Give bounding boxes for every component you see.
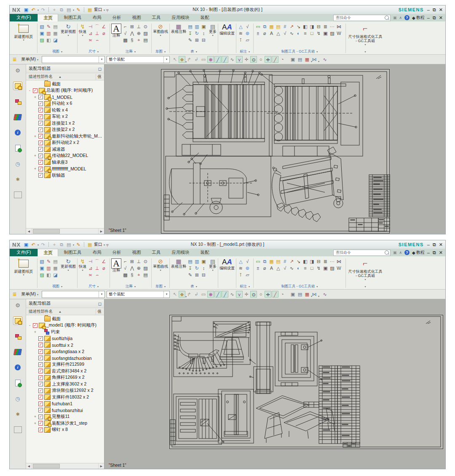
image-view-icon[interactable]: ▨ bbox=[39, 37, 45, 43]
film-icon[interactable]: ▦ bbox=[52, 30, 59, 37]
dim-quick-format-button[interactable]: ⌐ 尺寸快速格式化工具 - GC工具箱▾ bbox=[347, 22, 383, 46]
edit-view-icon[interactable]: ✎ bbox=[46, 24, 52, 30]
ribbon-tab[interactable]: 布局 bbox=[87, 249, 107, 256]
sheet-tab-label[interactable]: "Sheet 1" bbox=[109, 228, 126, 233]
display-options-icon[interactable]: ▥ bbox=[46, 30, 52, 37]
undock-icon[interactable]: ◻ bbox=[98, 66, 102, 71]
add-icon[interactable]: + bbox=[51, 7, 57, 12]
fcf-icon[interactable]: ⊞ bbox=[129, 258, 135, 265]
more-button[interactable]: ▤ 更多▾ bbox=[209, 257, 217, 271]
redo-icon[interactable]: ↷ bbox=[40, 242, 46, 247]
split-cells-icon[interactable]: ⊟ bbox=[201, 272, 207, 278]
window-split-icon[interactable]: ⊟ bbox=[316, 24, 322, 30]
tree-checkbox[interactable]: ✓ bbox=[38, 134, 43, 138]
spline-tool-icon[interactable]: ∿ bbox=[321, 56, 328, 63]
ribbon-tab[interactable]: 工具 bbox=[146, 249, 166, 256]
minimize-ribbon-icon[interactable]: ∧ bbox=[399, 16, 402, 20]
tree-row[interactable]: - ✓ 总装图 (顺序: 时间顺序) bbox=[26, 88, 104, 94]
thickness-dimension-icon[interactable]: ≍ bbox=[87, 37, 94, 43]
search-icon[interactable] bbox=[385, 16, 389, 20]
tree-row[interactable]: ✓ 支撑杆件212599 bbox=[26, 362, 104, 368]
radial-dimension-icon[interactable]: ⌒ bbox=[94, 24, 100, 30]
wave-symbol-icon[interactable]: ∿ bbox=[289, 30, 295, 37]
arc-length-dimension-icon[interactable]: ⌢ bbox=[94, 272, 100, 278]
add-icon[interactable]: + bbox=[51, 242, 57, 247]
tree-checkbox[interactable]: ✓ bbox=[38, 362, 43, 367]
sphere-view-icon[interactable]: ◐ bbox=[295, 30, 302, 37]
abc-annotation-icon[interactable]: A bbox=[268, 265, 275, 271]
align-dimensions-icon[interactable]: ≣ bbox=[322, 258, 329, 265]
tree-row[interactable]: + ✓ 约束 bbox=[26, 329, 104, 335]
tree-checkbox[interactable]: ✓ bbox=[38, 402, 43, 406]
minimize-button[interactable]: – bbox=[427, 242, 430, 247]
tree-row[interactable]: ✓ suofangtiaaa x 2 bbox=[26, 348, 104, 355]
part-navigator-icon[interactable] bbox=[13, 113, 22, 121]
quadrant-snap-icon[interactable]: ◔ bbox=[279, 56, 286, 63]
undo-icon[interactable]: ↶ bbox=[30, 242, 36, 247]
midpoint-snap-icon[interactable]: ╱ bbox=[222, 291, 228, 298]
chamfer-dimension-icon[interactable]: ⊿ bbox=[87, 265, 94, 271]
datum-feature-icon[interactable]: ⊥ bbox=[136, 24, 142, 30]
wave-symbol-icon[interactable]: ∿ bbox=[289, 265, 295, 271]
tree-checkbox[interactable]: ✓ bbox=[38, 421, 43, 425]
sketch-curve-button[interactable]: ⊘ 草图曲线▾ bbox=[153, 22, 168, 37]
assembly-navigator-icon[interactable] bbox=[13, 316, 22, 325]
undock-icon[interactable]: ◻ bbox=[98, 301, 102, 306]
curve-snap-icon[interactable]: ∿ bbox=[229, 291, 236, 298]
tree-row[interactable]: ✓ 新抖动轮2 x 2 bbox=[26, 140, 104, 146]
tree-expander-icon[interactable]: + bbox=[33, 167, 37, 171]
search-input[interactable] bbox=[335, 15, 385, 20]
search-icon[interactable] bbox=[385, 250, 389, 255]
tree-row[interactable]: + ✓ 完整板11 bbox=[26, 414, 104, 420]
fit-tolerance-icon[interactable]: ⌀ bbox=[262, 30, 268, 37]
close-button[interactable]: ✕ bbox=[439, 242, 443, 247]
doc-minimize-button[interactable]: – bbox=[427, 250, 430, 255]
tree-row[interactable]: ✓ 滑块限位板12692 x 2 bbox=[26, 388, 104, 394]
rectangle-select-icon[interactable]: ▭ bbox=[200, 56, 207, 63]
undo-dropdown-icon[interactable]: ▾ bbox=[37, 243, 39, 246]
pin-icon[interactable]: ╤ bbox=[106, 243, 109, 247]
tree-checkbox[interactable]: ✓ bbox=[38, 141, 43, 145]
tree-row[interactable]: ✓ fuzhuobanzhitui bbox=[26, 407, 104, 414]
balloon-icon[interactable]: ⊙ bbox=[142, 24, 149, 30]
note-button[interactable]: A 注释 bbox=[111, 22, 121, 38]
abc-annotation-icon[interactable]: A bbox=[268, 30, 275, 37]
electric-symbol-icon[interactable]: ↯ bbox=[316, 30, 322, 37]
quadrant-snap-icon[interactable]: ◔ bbox=[279, 291, 286, 298]
tree-row[interactable]: + ✓ ffffffffffffff_MODEL bbox=[26, 166, 104, 173]
window-tile-icon[interactable]: ◨ bbox=[309, 258, 315, 265]
tree-checkbox[interactable]: ✓ bbox=[38, 349, 43, 354]
tree-checkbox[interactable]: ✓ bbox=[38, 114, 43, 119]
edit-settings-button[interactable]: AA 编辑设置 bbox=[219, 257, 235, 271]
ribbon-tab[interactable]: 装配 bbox=[195, 14, 214, 21]
callout-group-dropdown-icon[interactable]: ▾ bbox=[249, 285, 250, 288]
auto-balloon-icon[interactable]: # bbox=[282, 258, 288, 265]
format-painter-icon[interactable]: ✎ bbox=[75, 242, 81, 247]
sketch-group-dropdown-icon[interactable]: ▾ bbox=[164, 50, 166, 53]
grid-display-icon[interactable]: ▦ bbox=[304, 56, 310, 63]
image-note-icon[interactable]: ▤ bbox=[142, 272, 149, 278]
weld-mark-icon[interactable]: ≋ bbox=[238, 265, 244, 271]
roughness-gc-icon[interactable]: √ bbox=[282, 265, 288, 271]
move-forward-icon[interactable]: ↱ bbox=[186, 291, 193, 298]
weld-table-icon[interactable]: W bbox=[336, 265, 342, 271]
plus-snap-icon[interactable]: ✛ bbox=[265, 56, 271, 63]
weld-symbol-icon[interactable]: ⋀ bbox=[129, 265, 135, 271]
window-cascade-icon[interactable]: ◧ bbox=[302, 24, 308, 30]
hole-dimension-icon[interactable]: ⌀ bbox=[101, 265, 107, 271]
hole-table-icon[interactable]: ▥ bbox=[194, 258, 200, 265]
title-block-icon[interactable]: ▦ bbox=[268, 24, 275, 30]
paste-dropdown-icon[interactable]: ▾ bbox=[73, 8, 74, 11]
dim-quick-format-button[interactable]: ⌐ 尺寸快速格式化工具 - GC工具箱▾ bbox=[347, 257, 383, 281]
doc-minimize-button[interactable]: – bbox=[427, 15, 430, 21]
tree-checkbox[interactable]: ✓ bbox=[38, 154, 43, 158]
angular-dimension-icon[interactable]: ∠ bbox=[101, 258, 107, 265]
break-view-icon[interactable]: ◧ bbox=[46, 272, 52, 278]
tree-checkbox[interactable]: ✓ bbox=[38, 108, 43, 112]
datum-mark-icon[interactable]: ⊺ bbox=[238, 272, 244, 278]
doc-restore-button[interactable]: ⧉ bbox=[433, 15, 436, 21]
symmetric-dimension-icon[interactable]: ⋈ bbox=[336, 24, 342, 30]
command-window-icon[interactable]: ▣ bbox=[393, 250, 397, 255]
vertex-snap-icon[interactable]: ⋎ bbox=[236, 291, 243, 298]
doc-close-button[interactable]: ✕ bbox=[439, 250, 443, 255]
